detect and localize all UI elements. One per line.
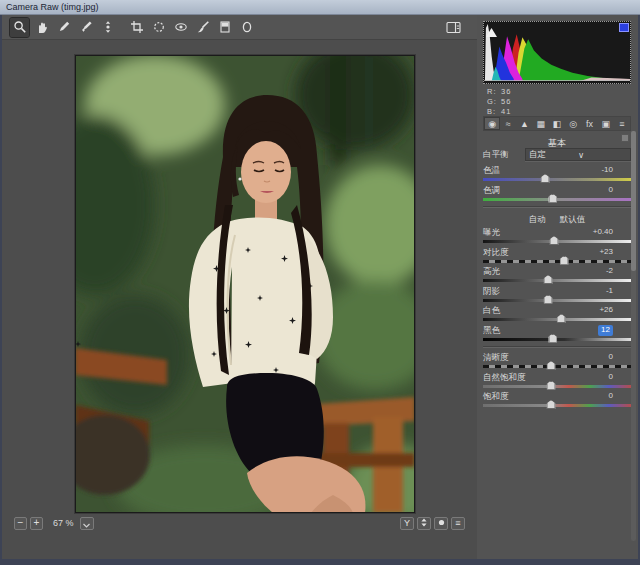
tab-basic[interactable]: ◉ bbox=[484, 117, 500, 130]
white-balance-value: 自定 bbox=[529, 149, 578, 161]
color-sampler-tool-button[interactable] bbox=[76, 18, 95, 37]
slider-value[interactable]: -10 bbox=[601, 165, 613, 176]
panel-menu-icon[interactable] bbox=[621, 134, 629, 142]
slider-value[interactable]: +26 bbox=[599, 305, 613, 316]
tab-lens-corrections[interactable]: ◎ bbox=[565, 117, 581, 130]
slider-label: 白色 bbox=[483, 305, 500, 316]
slider-label: 色温 bbox=[483, 165, 500, 176]
magnifier-icon bbox=[13, 20, 27, 34]
tab-split-toning[interactable]: ◧ bbox=[549, 117, 565, 130]
zoom-level-value: 67 % bbox=[53, 518, 74, 528]
status-bar: − + 67 % Y ≡ bbox=[2, 514, 477, 532]
whites-track[interactable] bbox=[483, 318, 631, 321]
zoom-tool-button[interactable] bbox=[10, 18, 29, 37]
saturation-track[interactable] bbox=[483, 404, 631, 407]
highlights-track[interactable] bbox=[483, 279, 631, 282]
zoom-in-button[interactable]: + bbox=[30, 517, 43, 530]
slider-value[interactable]: -1 bbox=[606, 286, 613, 297]
spot-removal-tool-button[interactable] bbox=[149, 18, 168, 37]
slider-temperature: 色温-10 bbox=[483, 165, 631, 185]
rgb-readout: R:36 G:56 B:41 bbox=[487, 87, 511, 117]
slider-value[interactable]: +0.40 bbox=[593, 227, 613, 238]
tab-detail[interactable]: ▲ bbox=[516, 117, 532, 130]
slider-vibrance: 自然饱和度0 bbox=[483, 372, 631, 392]
brush-icon bbox=[196, 20, 210, 34]
default-link[interactable]: 默认值 bbox=[560, 214, 586, 226]
slider-label: 色调 bbox=[483, 185, 500, 196]
slider-blacks: 黑色12 bbox=[483, 325, 631, 345]
auto-link[interactable]: 自动 bbox=[529, 214, 546, 226]
white-balance-row: 白平衡 自定 ∨ bbox=[483, 146, 631, 163]
radial-filter-tool-button[interactable] bbox=[237, 18, 256, 37]
zoom-level-dropdown[interactable] bbox=[80, 517, 94, 530]
crop-tool-button[interactable] bbox=[127, 18, 146, 37]
white-balance-tool-button[interactable] bbox=[54, 18, 73, 37]
scrollbar-thumb[interactable] bbox=[631, 131, 636, 271]
slider-label: 清晰度 bbox=[483, 352, 509, 363]
slider-value[interactable]: 0 bbox=[609, 391, 613, 402]
g-label: G: bbox=[487, 97, 501, 107]
slider-exposure: 曝光+0.40 bbox=[483, 227, 631, 247]
slider-clarity: 清晰度0 bbox=[483, 352, 631, 372]
panel-tab-strip: ◉ ≈ ▲ ▦ ◧ ◎ fx ▣ ≡ bbox=[483, 116, 631, 131]
tab-hsl-grayscale[interactable]: ▦ bbox=[533, 117, 549, 130]
red-eye-icon bbox=[174, 20, 188, 34]
view-menu-button[interactable]: ≡ bbox=[451, 517, 465, 530]
contrast-track[interactable] bbox=[483, 260, 631, 263]
tab-effects[interactable]: fx bbox=[581, 117, 597, 130]
red-eye-tool-button[interactable] bbox=[171, 18, 190, 37]
slider-value[interactable]: -2 bbox=[606, 266, 613, 277]
window-title: Camera Raw (timg.jpg) bbox=[6, 2, 99, 12]
panel-scrollbar[interactable] bbox=[631, 131, 636, 541]
tab-camera-calibration[interactable]: ▣ bbox=[598, 117, 614, 130]
targeted-adjustment-tool-button[interactable] bbox=[98, 18, 117, 37]
chevron-down-icon bbox=[83, 514, 90, 532]
slider-contrast: 对比度+23 bbox=[483, 247, 631, 267]
vibrance-track[interactable] bbox=[483, 385, 631, 388]
tab-presets[interactable]: ≡ bbox=[614, 117, 630, 130]
slider-label: 高光 bbox=[483, 266, 500, 277]
highlight-clipping-indicator[interactable] bbox=[620, 24, 628, 31]
graduated-filter-icon bbox=[218, 20, 232, 34]
auto-default-row: 自动 默认值 bbox=[483, 212, 631, 227]
dot-icon bbox=[437, 518, 446, 529]
copy-settings-button[interactable] bbox=[434, 517, 448, 530]
clarity-track[interactable] bbox=[483, 365, 631, 368]
radial-filter-icon bbox=[240, 20, 254, 34]
exposure-track[interactable] bbox=[483, 240, 631, 243]
basic-panel-body: 白平衡 自定 ∨ 色温-10 色调0 自动 默认值 曝光+0.40 对比度+23 bbox=[483, 146, 631, 411]
preferences-button[interactable] bbox=[444, 18, 463, 37]
blacks-track[interactable] bbox=[483, 338, 631, 341]
adjustments-panel: R:36 G:56 B:41 ◉ ≈ ▲ ▦ ◧ ◎ fx ▣ ≡ 基本 白平衡… bbox=[477, 15, 638, 559]
preferences-panel-icon bbox=[446, 21, 461, 34]
swap-settings-button[interactable] bbox=[417, 517, 431, 530]
preview-area: − + 67 % Y ≡ bbox=[2, 40, 477, 559]
white-balance-select[interactable]: 自定 ∨ bbox=[525, 148, 631, 161]
slider-value[interactable]: 0 bbox=[609, 372, 613, 383]
adjustment-brush-tool-button[interactable] bbox=[193, 18, 212, 37]
slider-value[interactable]: 0 bbox=[609, 352, 613, 363]
before-after-toggle-button[interactable]: Y bbox=[400, 517, 414, 530]
zoom-out-button[interactable]: − bbox=[14, 517, 27, 530]
tab-tone-curve[interactable]: ≈ bbox=[500, 117, 516, 130]
histogram-plot bbox=[484, 22, 630, 83]
photo-canvas[interactable] bbox=[75, 55, 415, 513]
slider-value[interactable]: 0 bbox=[609, 185, 613, 196]
swap-arrows-icon bbox=[420, 518, 428, 529]
slider-label: 饱和度 bbox=[483, 391, 509, 402]
chevron-down-icon: ∨ bbox=[578, 150, 627, 160]
slider-value[interactable]: +23 bbox=[599, 247, 613, 258]
slider-label: 对比度 bbox=[483, 247, 509, 258]
slider-whites: 白色+26 bbox=[483, 305, 631, 325]
color-sampler-icon bbox=[79, 20, 93, 34]
crop-icon bbox=[130, 20, 144, 34]
slider-highlights: 高光-2 bbox=[483, 266, 631, 286]
tint-track[interactable] bbox=[483, 198, 631, 201]
shadow-clipping-indicator[interactable] bbox=[486, 23, 497, 41]
shadows-track[interactable] bbox=[483, 299, 631, 302]
graduated-filter-tool-button[interactable] bbox=[215, 18, 234, 37]
slider-label: 黑色 bbox=[483, 325, 500, 336]
slider-value-editing[interactable]: 12 bbox=[598, 325, 613, 336]
temperature-track[interactable] bbox=[483, 178, 631, 181]
hand-tool-button[interactable] bbox=[32, 18, 51, 37]
